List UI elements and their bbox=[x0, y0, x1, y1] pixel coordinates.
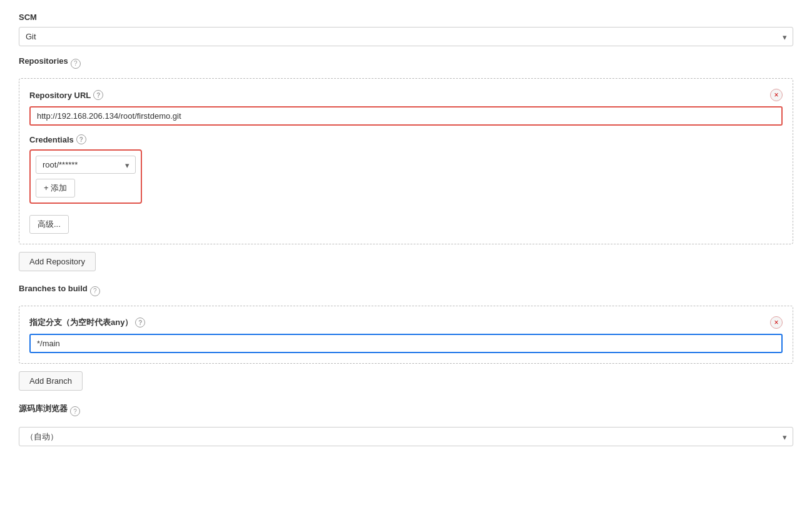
branch-spec-help-icon[interactable]: ? bbox=[135, 318, 145, 328]
source-browser-label: 源码库浏览器 bbox=[19, 403, 68, 414]
credentials-label: Credentials bbox=[29, 135, 74, 144]
repo-url-help-icon[interactable]: ? bbox=[93, 90, 103, 100]
source-browser-select[interactable]: （自动） GitLab GitHub Bitbucket bbox=[19, 427, 793, 446]
credentials-label-row: Credentials ? bbox=[29, 134, 783, 144]
source-browser-header: 源码库浏览器 ? bbox=[19, 403, 793, 419]
add-credentials-button[interactable]: + 添加 bbox=[36, 179, 75, 198]
advanced-button[interactable]: 高级... bbox=[29, 215, 69, 234]
branch-spec-label-row: 指定分支（为空时代表any） ? × bbox=[29, 316, 783, 329]
branch-spec-label: 指定分支（为空时代表any） bbox=[29, 317, 133, 328]
add-branch-button[interactable]: Add Branch bbox=[19, 371, 83, 391]
repo-url-input[interactable] bbox=[29, 106, 783, 126]
source-browser-select-wrapper: （自动） GitLab GitHub Bitbucket ▾ bbox=[19, 427, 793, 446]
repository-item: Repository URL ? × Credentials ? root/**… bbox=[19, 78, 793, 244]
scm-label: SCM bbox=[19, 12, 793, 22]
branch-spec-input[interactable] bbox=[29, 334, 783, 353]
add-repository-button[interactable]: Add Repository bbox=[19, 252, 96, 271]
branches-help-icon[interactable]: ? bbox=[90, 286, 100, 296]
branches-label: Branches to build bbox=[19, 284, 88, 293]
branch-close-button[interactable]: × bbox=[770, 316, 783, 329]
repositories-help-icon[interactable]: ? bbox=[71, 59, 81, 69]
advanced-section: 高级... bbox=[29, 210, 783, 234]
scm-select[interactable]: Git SVN None bbox=[19, 27, 793, 46]
source-browser-help-icon[interactable]: ? bbox=[70, 406, 80, 416]
repo-url-label-row: Repository URL ? × bbox=[29, 89, 783, 101]
repo-close-button[interactable]: × bbox=[770, 89, 783, 101]
credentials-help-icon[interactable]: ? bbox=[76, 134, 86, 144]
credentials-outlined-box: root/****** ▾ + 添加 bbox=[29, 149, 142, 204]
credentials-row: root/****** ▾ bbox=[36, 156, 136, 174]
repositories-header: Repositories ? bbox=[19, 56, 793, 71]
scm-select-wrapper: Git SVN None ▾ bbox=[19, 27, 793, 46]
credentials-select[interactable]: root/****** bbox=[36, 156, 136, 174]
credentials-select-wrapper: root/****** ▾ bbox=[36, 156, 136, 174]
branches-header: Branches to build ? bbox=[19, 284, 793, 298]
branch-item: 指定分支（为空时代表any） ? × bbox=[19, 306, 793, 364]
repo-url-label: Repository URL bbox=[29, 91, 91, 100]
repositories-label: Repositories bbox=[19, 56, 68, 66]
